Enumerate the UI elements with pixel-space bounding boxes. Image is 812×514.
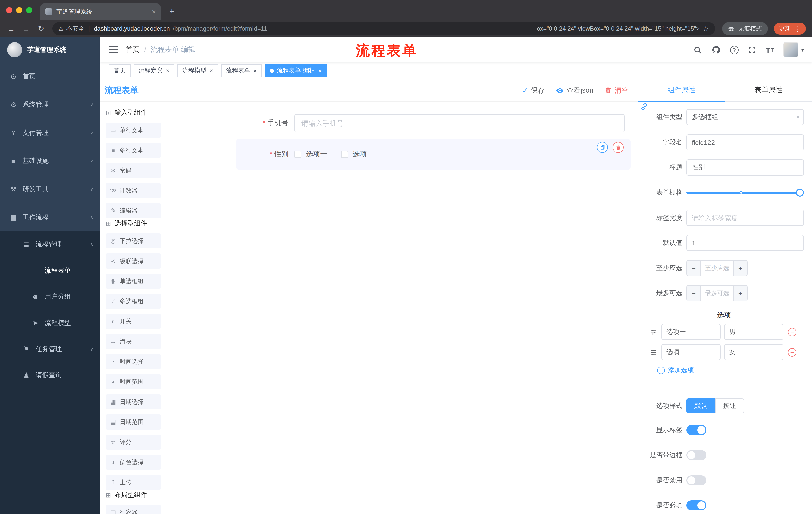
option-label-input[interactable] <box>661 324 721 340</box>
palette-item[interactable]: ↔滑块 <box>106 334 161 349</box>
title-input[interactable] <box>686 159 804 175</box>
breadcrumb-home[interactable]: 首页 <box>126 45 140 54</box>
copy-icon[interactable] <box>597 142 608 153</box>
palette-item[interactable]: ∗密码 <box>106 163 161 178</box>
tag-process-form-edit[interactable]: 流程表单-编辑× <box>265 64 327 77</box>
palette-item[interactable]: ◫行容器 <box>106 505 161 514</box>
toggle-show-label[interactable] <box>686 425 706 435</box>
field-name-input[interactable] <box>686 134 804 151</box>
palette-item[interactable]: ◑颜色选择 <box>106 455 161 470</box>
palette-item[interactable]: ≡多行文本 <box>106 143 161 158</box>
tab-close-icon[interactable]: × <box>152 8 156 15</box>
sidebar-item-process-form[interactable]: ▤流程表单 <box>0 258 100 283</box>
avatar[interactable] <box>783 42 799 57</box>
palette-item[interactable]: ✎编辑器 <box>106 203 161 218</box>
tab-form-props[interactable]: 表单属性 <box>725 79 812 101</box>
fullscreen-icon[interactable] <box>748 46 756 54</box>
font-size-icon[interactable]: TT <box>765 46 774 54</box>
option-value-input[interactable] <box>724 344 783 360</box>
sidebar-item-devtools[interactable]: ⚒研发工具∨ <box>0 175 100 203</box>
tag-close-icon[interactable]: × <box>318 67 322 74</box>
increase-button[interactable]: + <box>733 286 747 301</box>
palette-item[interactable]: ↥上传 <box>106 475 161 490</box>
sidebar-item-leave-query[interactable]: ♟请假查询 <box>0 362 100 388</box>
tag-close-icon[interactable]: × <box>166 67 169 74</box>
reload-icon[interactable]: ↻ <box>34 22 48 36</box>
palette-item[interactable]: ☆评分 <box>106 435 161 450</box>
toggle-required[interactable] <box>686 501 706 511</box>
address-bar[interactable]: ⚠ 不安全 | dashboard.yudao.iocoder.cn /bpm/… <box>52 22 715 35</box>
help-icon[interactable]: ? <box>730 46 738 54</box>
sidebar-item-home[interactable]: ⊙首页 <box>0 62 100 90</box>
tag-close-icon[interactable]: × <box>209 67 213 74</box>
security-label[interactable]: 不安全 <box>66 24 84 33</box>
sidebar-item-payment[interactable]: ¥支付管理∨ <box>0 119 100 147</box>
grid-slider[interactable] <box>686 192 804 194</box>
max-select-input[interactable] <box>701 286 733 301</box>
sidebar-item-system[interactable]: ⚙系统管理∨ <box>0 90 100 119</box>
search-icon[interactable] <box>693 46 702 54</box>
tag-home[interactable]: 首页 <box>109 64 130 77</box>
decrease-button[interactable]: − <box>687 261 701 276</box>
tag-process-definition[interactable]: 流程定义× <box>134 64 174 77</box>
palette-item[interactable]: ▦日期选择 <box>106 394 161 409</box>
new-tab-button[interactable]: + <box>165 4 179 19</box>
remove-option-icon[interactable]: − <box>788 328 796 336</box>
palette-item[interactable]: ◎下拉选择 <box>106 233 161 248</box>
github-icon[interactable] <box>711 45 720 54</box>
tag-process-form[interactable]: 流程表单× <box>221 64 262 77</box>
palette-item[interactable]: 123计数器 <box>106 183 161 198</box>
add-option-button[interactable]: + 添加选项 <box>644 362 804 378</box>
delete-icon[interactable] <box>612 142 624 153</box>
tag-process-model[interactable]: 流程模型× <box>177 64 218 77</box>
decrease-button[interactable]: − <box>687 286 701 301</box>
palette-item[interactable]: ▤日期范围 <box>106 414 161 430</box>
forward-icon[interactable]: → <box>19 22 33 36</box>
palette-item[interactable]: ☑多选框组 <box>106 294 161 309</box>
checkbox-icon[interactable] <box>294 151 301 158</box>
checkbox-option[interactable]: 选项一 <box>294 150 327 159</box>
increase-button[interactable]: + <box>733 261 747 276</box>
back-icon[interactable]: ← <box>4 22 18 36</box>
palette-item[interactable]: ◐开关 <box>106 314 161 329</box>
browser-tab[interactable]: 芋道管理系统 × <box>40 3 161 20</box>
component-type-select[interactable]: 多选框组 ▾ <box>686 109 804 125</box>
option-style-button[interactable]: 按钮 <box>715 398 744 413</box>
option-value-input[interactable] <box>724 324 783 340</box>
window-minimize-button[interactable] <box>16 7 22 13</box>
checkbox-option[interactable]: 选项二 <box>341 150 374 159</box>
tag-close-icon[interactable]: × <box>253 67 257 74</box>
bookmark-star-icon[interactable]: ☆ <box>703 25 709 33</box>
slider-knob[interactable] <box>796 189 804 197</box>
palette-item[interactable]: ◕时间范围 <box>106 374 161 389</box>
sidebar-item-infrastructure[interactable]: ▣基础设施∨ <box>0 147 100 175</box>
link-icon[interactable] <box>640 103 648 113</box>
view-json-button[interactable]: 查看json <box>556 86 593 95</box>
toggle-disabled[interactable] <box>686 475 706 485</box>
checkbox-icon[interactable] <box>341 151 348 158</box>
sidebar-item-process-model[interactable]: ➤流程模型 <box>0 310 100 336</box>
widget-phone[interactable]: 手机号 <box>236 114 625 133</box>
default-value-input[interactable] <box>686 235 804 251</box>
sidebar-item-task-mgmt[interactable]: ⚑任务管理∨ <box>0 336 100 362</box>
slider-track[interactable] <box>686 192 800 194</box>
drag-handle-icon[interactable] <box>650 328 658 336</box>
update-button[interactable]: 更新 ⋮ <box>774 23 806 35</box>
kebab-menu-icon[interactable]: ⋮ <box>794 25 801 32</box>
sidebar-logo[interactable]: 芋道管理系统 <box>0 37 100 62</box>
window-close-button[interactable] <box>6 7 12 13</box>
widget-gender-selected[interactable]: 性别 选项一选项二 <box>236 139 631 170</box>
sidebar-item-user-group[interactable]: ☻用户分组 <box>0 283 100 310</box>
drag-handle-icon[interactable] <box>650 348 658 356</box>
option-style-default[interactable]: 默认 <box>686 398 715 413</box>
sidebar-item-process-mgmt[interactable]: ≣流程管理∧ <box>0 231 100 258</box>
palette-item[interactable]: ≺级联选择 <box>106 253 161 269</box>
save-button[interactable]: ✓ 保存 <box>522 86 545 95</box>
hamburger-icon[interactable] <box>109 46 118 53</box>
label-width-input[interactable] <box>686 210 804 226</box>
phone-input[interactable] <box>294 114 625 132</box>
min-select-input[interactable] <box>701 261 733 276</box>
user-menu[interactable]: ▾ <box>783 42 804 57</box>
clear-button[interactable]: 清空 <box>605 86 629 95</box>
toggle-border[interactable] <box>686 450 706 460</box>
